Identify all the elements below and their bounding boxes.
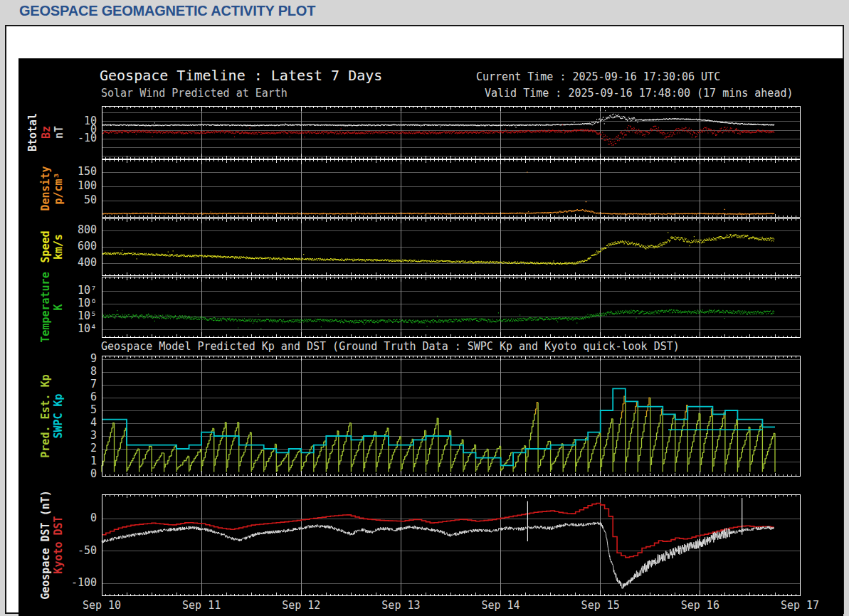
kp-index-ytick-6: 6 <box>60 392 97 403</box>
xtick-sep-15: Sep 15 <box>569 600 633 611</box>
ylabel-kyoto-dst: Kyoto DST <box>53 516 64 573</box>
solar-wind-temperature-ytick-10⁵: 10⁵ <box>60 311 97 322</box>
kp-index-ytick-4: 4 <box>60 418 97 428</box>
page: { "header": { "title": "GEOSPACE GEOMAGN… <box>0 0 849 616</box>
plot-canvas: Geospace Timeline : Latest 7 Days Curren… <box>19 58 843 616</box>
chart <box>19 58 843 616</box>
valid-time: Valid Time : 2025-09-16 17:48:00 (17 min… <box>485 87 793 100</box>
solar-wind-temperature-ytick-10⁷: 10⁷ <box>60 285 97 296</box>
solar-wind-temperature-ytick-10⁴: 10⁴ <box>60 324 97 334</box>
kp-pred-trace <box>102 396 775 472</box>
solar-wind-density-ytick-50: 50 <box>60 195 97 206</box>
xtick-sep-17: Sep 17 <box>768 600 832 611</box>
solar-wind-density-ytick-100: 100 <box>60 181 97 191</box>
solar-wind-density-box <box>102 159 800 217</box>
kp-index-ytick-7: 7 <box>60 379 97 390</box>
dst-index-day-grid <box>201 494 700 595</box>
xtick-sep-13: Sep 13 <box>369 600 433 611</box>
dst-index-tickmarks <box>102 494 800 595</box>
solar-wind-speed-ytick-800: 800 <box>60 225 97 235</box>
kp-index-ytick-3: 3 <box>60 430 97 441</box>
current-time: Current Time : 2025-09-16 17:30:06 UTC <box>476 70 720 83</box>
ylabel-pred-est-kp: Pred. Est. Kp <box>41 374 51 457</box>
solar-wind-bfield-bz-trace <box>102 125 774 146</box>
ylabel-swpc-kp: SWPC Kp <box>53 393 64 438</box>
ylabel-btotal: Btotal <box>28 113 38 152</box>
ylabel-bz: Bz <box>41 126 52 139</box>
ylabel-speed: Speed <box>41 230 51 262</box>
solar-wind-density-ytick-150: 150 <box>60 166 97 177</box>
xtick-sep-14: Sep 14 <box>469 600 533 611</box>
plot-subtitle: Solar Wind Predicted at Earth <box>101 87 288 100</box>
ylabel-nt: nT <box>54 126 65 139</box>
ylabel-km-s: km/s <box>53 234 64 260</box>
xtick-sep-12: Sep 12 <box>269 600 333 611</box>
plot-frame: Geospace Timeline : Latest 7 Days Curren… <box>5 25 844 614</box>
xtick-sep-16: Sep 16 <box>668 600 732 611</box>
dst-index-geospace-dst-trace <box>102 522 774 589</box>
xtick-sep-10: Sep 10 <box>70 600 134 611</box>
solar-wind-density-day-grid <box>201 159 700 217</box>
kp-pred-high-trace <box>536 396 725 419</box>
kp-index-ytick-1: 1 <box>60 456 97 467</box>
kp-index-ytick-5: 5 <box>60 405 97 415</box>
solar-wind-bfield-ytick--10: -10 <box>60 133 97 144</box>
page-title: GEOSPACE GEOMAGNETIC ACTIVITY PLOT <box>19 3 315 19</box>
kp-index-ytick-9: 9 <box>60 354 97 364</box>
ylabel-k: K <box>53 304 64 310</box>
solar-wind-speed-hgrid <box>102 230 800 263</box>
plot-title: Geospace Timeline : Latest 7 Days <box>100 67 382 84</box>
ylabel-temperature: Temperature <box>41 272 51 342</box>
solar-wind-bfield-btotal-trace <box>102 111 774 128</box>
ylabel-p-cm-: p/cm³ <box>53 172 64 204</box>
dst-index-ytick--50: -50 <box>60 546 97 556</box>
ylabel-density: Density <box>41 166 51 211</box>
solar-wind-density-density-trace <box>102 172 774 216</box>
dst-index-ytick--100: -100 <box>60 578 97 588</box>
section2-title: Geospace Model Predicted Kp and DST (Gro… <box>101 340 680 353</box>
kp-index-ytick-2: 2 <box>60 443 97 454</box>
ylabel-geospace-dst-nt-: Geospace DST (nT) <box>41 490 51 600</box>
solar-wind-speed-ytick-400: 400 <box>60 257 97 268</box>
dst-index-box <box>102 494 800 595</box>
kp-index-ytick-0: 0 <box>60 469 97 479</box>
solar-wind-speed-speed-trace <box>102 233 774 265</box>
xtick-sep-11: Sep 11 <box>169 600 233 611</box>
dst-index-ytick-0: 0 <box>60 513 97 524</box>
solar-wind-temperature-ytick-10⁶: 10⁶ <box>60 298 97 309</box>
kp-index-ytick-8: 8 <box>60 366 97 377</box>
solar-wind-temperature-temperature-trace <box>102 309 774 329</box>
solar-wind-speed-ytick-600: 600 <box>60 241 97 252</box>
solar-wind-density-tickmarks <box>102 159 800 217</box>
solar-wind-temperature-day-grid <box>201 277 700 337</box>
solar-wind-density-hgrid <box>102 172 800 201</box>
solar-wind-temperature-box <box>102 277 800 337</box>
solar-wind-temperature-tickmarks <box>102 277 800 337</box>
